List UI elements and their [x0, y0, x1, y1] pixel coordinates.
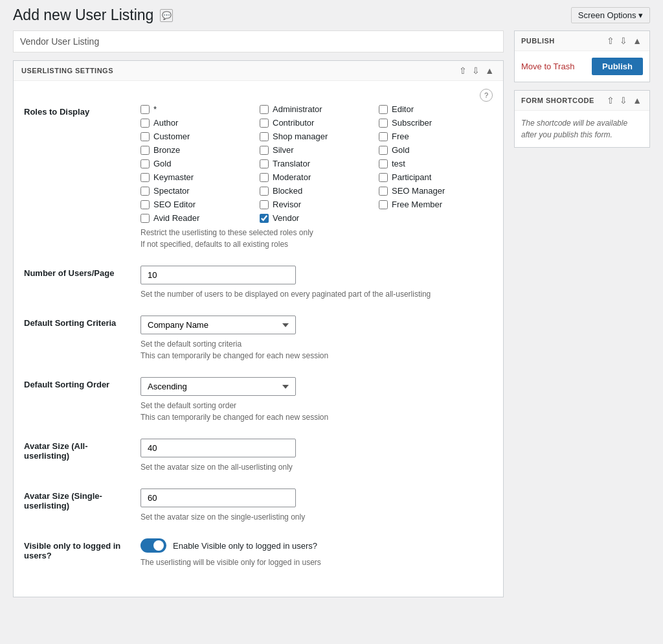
- role-item-role-seo-manager: SEO Manager: [379, 186, 493, 196]
- role-checkbox-role-star[interactable]: [140, 105, 150, 114]
- role-label-role-vendor[interactable]: Vendor: [273, 213, 299, 223]
- role-checkbox-role-subscriber[interactable]: [379, 119, 388, 128]
- users-per-page-row: Number of Users/Page Set the number of u…: [24, 266, 493, 300]
- role-label-role-administrator[interactable]: Administrator: [273, 104, 322, 114]
- help-icon[interactable]: 💬: [160, 9, 173, 22]
- sorting-order-row: Default Sorting Order AscendingDescendin…: [24, 377, 493, 423]
- question-icon[interactable]: ?: [480, 89, 493, 102]
- publish-panel-toggle-btn[interactable]: ▲: [631, 36, 643, 45]
- role-label-role-blocked[interactable]: Blocked: [273, 186, 302, 196]
- role-checkbox-role-test[interactable]: [379, 159, 388, 168]
- role-checkbox-role-gold1[interactable]: [379, 146, 388, 155]
- role-checkbox-role-vendor[interactable]: [260, 214, 269, 223]
- role-label-role-gold2[interactable]: Gold: [153, 159, 171, 168]
- role-label-role-moderator[interactable]: Moderator: [273, 172, 311, 182]
- role-checkbox-role-moderator[interactable]: [260, 173, 269, 182]
- role-label-role-test[interactable]: test: [392, 159, 405, 168]
- sorting-order-content: AscendingDescending Set the default sort…: [140, 377, 493, 423]
- role-item-role-free-member: Free Member: [379, 200, 493, 209]
- role-checkbox-role-avid-reader[interactable]: [140, 214, 150, 223]
- role-checkbox-role-editor[interactable]: [379, 105, 388, 114]
- publish-panel-down-btn[interactable]: ⇩: [618, 36, 629, 45]
- users-per-page-input[interactable]: [140, 266, 296, 284]
- role-label-role-contributor[interactable]: Contributor: [273, 118, 314, 128]
- role-label-role-star[interactable]: *: [153, 104, 157, 114]
- roles-grid: *AdministratorEditorAuthorContributorSub…: [140, 104, 493, 223]
- role-checkbox-role-keymaster[interactable]: [140, 173, 150, 182]
- panel-collapse-up-btn[interactable]: ⇧: [458, 66, 468, 75]
- visible-logged-in-row: Visible only to logged in users? Enable …: [24, 538, 493, 568]
- publish-button[interactable]: Publish: [592, 58, 643, 75]
- role-item-role-free: Free: [379, 132, 493, 141]
- role-label-role-avid-reader[interactable]: Avid Reader: [153, 213, 199, 223]
- shortcode-panel-up-btn[interactable]: ⇧: [605, 96, 616, 105]
- role-label-role-author[interactable]: Author: [153, 118, 178, 128]
- role-label-role-translator[interactable]: Translator: [273, 159, 310, 168]
- role-item-role-gold2: Gold: [140, 159, 254, 168]
- sorting-criteria-select[interactable]: Company NameUsernameEmailRegistered: [140, 316, 296, 334]
- role-label-role-shop-manager[interactable]: Shop manager: [273, 132, 328, 141]
- avatar-single-label: Avatar Size (Single-userlisting): [24, 489, 128, 511]
- role-checkbox-role-customer[interactable]: [140, 132, 150, 141]
- role-checkbox-role-administrator[interactable]: [260, 105, 269, 114]
- role-label-role-gold1[interactable]: Gold: [392, 145, 409, 155]
- role-label-role-free[interactable]: Free: [392, 132, 409, 141]
- role-checkbox-role-seo-editor[interactable]: [140, 200, 150, 209]
- shortcode-panel-toggle-btn[interactable]: ▲: [631, 96, 643, 105]
- role-item-role-star: *: [140, 104, 254, 114]
- role-checkbox-role-author[interactable]: [140, 119, 150, 128]
- publish-panel: PUBLISH ⇧ ⇩ ▲ Move to Trash Publish: [514, 30, 650, 82]
- shortcode-panel-title: FORM SHORTCODE: [521, 97, 594, 104]
- role-checkbox-role-shop-manager[interactable]: [260, 132, 269, 141]
- role-checkbox-role-free-member[interactable]: [379, 200, 388, 209]
- publish-panel-body: Move to Trash Publish: [515, 51, 649, 82]
- avatar-all-input[interactable]: [140, 439, 296, 457]
- sorting-criteria-label: Default Sorting Criteria: [24, 316, 128, 328]
- settings-panel: USERLISTING SETTINGS ⇧ ⇩ ▲ ? Roles to Di…: [13, 60, 504, 597]
- listing-title-input[interactable]: [13, 30, 504, 52]
- role-item-role-vendor: Vendor: [260, 213, 374, 223]
- panel-collapse-down-btn[interactable]: ⇩: [471, 66, 481, 75]
- users-per-page-description: Set the number of users to be displayed …: [140, 288, 493, 300]
- publish-panel-up-btn[interactable]: ⇧: [605, 36, 616, 45]
- role-label-role-keymaster[interactable]: Keymaster: [153, 172, 194, 182]
- role-label-role-silver[interactable]: Silver: [273, 145, 294, 155]
- role-checkbox-role-blocked[interactable]: [260, 187, 269, 196]
- avatar-all-description: Set the avatar size on the all-userlisti…: [140, 461, 493, 473]
- visible-logged-in-label: Visible only to logged in users?: [24, 538, 128, 560]
- role-label-role-revisor[interactable]: Revisor: [273, 200, 301, 209]
- screen-options-button[interactable]: Screen Options ▾: [571, 7, 650, 23]
- roles-row: Roles to Display *AdministratorEditorAut…: [24, 104, 493, 250]
- role-label-role-seo-editor[interactable]: SEO Editor: [153, 200, 196, 209]
- visible-toggle[interactable]: [140, 538, 166, 553]
- role-item-role-avid-reader: Avid Reader: [140, 213, 254, 223]
- sorting-order-select[interactable]: AscendingDescending: [140, 377, 296, 396]
- role-label-role-free-member[interactable]: Free Member: [392, 200, 442, 209]
- role-checkbox-role-participant[interactable]: [379, 173, 388, 182]
- shortcode-panel-down-btn[interactable]: ⇩: [618, 96, 629, 105]
- role-label-role-bronze[interactable]: Bronze: [153, 145, 180, 155]
- role-checkbox-role-gold2[interactable]: [140, 159, 150, 168]
- role-label-role-subscriber[interactable]: Subscriber: [392, 118, 432, 128]
- avatar-single-input[interactable]: [140, 489, 296, 507]
- role-checkbox-role-silver[interactable]: [260, 146, 269, 155]
- role-label-role-customer[interactable]: Customer: [153, 132, 190, 141]
- role-label-role-seo-manager[interactable]: SEO Manager: [392, 186, 445, 196]
- role-checkbox-role-seo-manager[interactable]: [379, 187, 388, 196]
- role-checkbox-role-revisor[interactable]: [260, 200, 269, 209]
- sorting-criteria-content: Company NameUsernameEmailRegistered Set …: [140, 316, 493, 362]
- panel-toggle-btn[interactable]: ▲: [484, 66, 495, 75]
- role-label-role-participant[interactable]: Participant: [392, 172, 431, 182]
- role-item-role-gold1: Gold: [379, 145, 493, 155]
- publish-panel-header: PUBLISH ⇧ ⇩ ▲: [515, 31, 649, 51]
- visible-toggle-label: Enable Visible only to logged in users?: [173, 541, 317, 551]
- role-label-role-editor[interactable]: Editor: [392, 104, 414, 114]
- role-checkbox-role-translator[interactable]: [260, 159, 269, 168]
- shortcode-panel-header: FORM SHORTCODE ⇧ ⇩ ▲: [515, 91, 649, 111]
- move-to-trash-button[interactable]: Move to Trash: [521, 62, 574, 71]
- role-checkbox-role-bronze[interactable]: [140, 146, 150, 155]
- role-checkbox-role-free[interactable]: [379, 132, 388, 141]
- role-label-role-spectator[interactable]: Spectator: [153, 186, 190, 196]
- role-checkbox-role-spectator[interactable]: [140, 187, 150, 196]
- role-checkbox-role-contributor[interactable]: [260, 119, 269, 128]
